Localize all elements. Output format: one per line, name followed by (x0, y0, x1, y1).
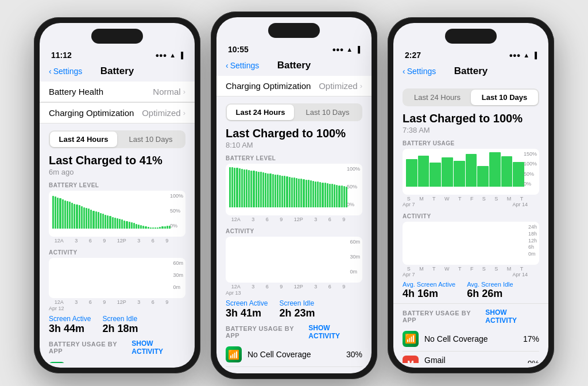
dynamic-island-2 (268, 23, 320, 38)
segment-24h-2[interactable]: Last 24 Hours (227, 105, 294, 120)
screen-active-stat-2: Screen Active 3h 41m (226, 299, 268, 319)
battery-bar (234, 168, 235, 207)
chevron-left-icon-3: ‹ (403, 67, 405, 76)
gmail-icon-3: M (403, 356, 419, 364)
nav-bar-2: ‹ Settings Battery (216, 57, 372, 76)
app-usage-header-1: BATTERY USAGE BY APP SHOW ACTIVITY (49, 339, 185, 356)
last-charged-sub-2: 8:10 AM (226, 141, 362, 149)
battery-bar (76, 204, 78, 229)
segment-10d-3[interactable]: Last 10 Days (471, 90, 538, 105)
show-activity-1[interactable]: SHOW ACTIVITY (131, 339, 185, 356)
avg-screen-active-stat-3: Avg. Screen Active 4h 16m (403, 281, 455, 300)
app-pct-3-1: 17% (523, 334, 539, 343)
chevron-left-icon-2: ‹ (226, 61, 229, 70)
battery-bar (114, 218, 116, 229)
battery-bar (274, 175, 276, 207)
battery-level-chart-2: BATTERY LEVEL 100% 50% 0% 12A36912P369 (226, 155, 362, 222)
charging-opt-row-2[interactable]: Charging Optimization Optimized › (216, 76, 372, 96)
week-x-label-act: T (458, 266, 462, 272)
last-charged-2: Last Charged to 100% 8:10 AM (226, 127, 362, 149)
avg-stats-3: Avg. Screen Active 4h 16m Avg. Screen Id… (403, 281, 539, 300)
avg-screen-active-label-3: Avg. Screen Active (403, 281, 455, 288)
chevron-right-icon: › (183, 87, 185, 96)
status-icons-2: ●●● ▲ ▐ (332, 46, 360, 53)
battery-bar (248, 170, 250, 207)
charging-opt-row-1[interactable]: Charging Optimization Optimized › (40, 102, 195, 123)
app-info-2-1: No Cell Coverage (247, 350, 346, 359)
show-activity-2[interactable]: SHOW ACTIVITY (308, 324, 362, 340)
app-name-2-1: No Cell Coverage (247, 350, 346, 359)
battery-bar (338, 186, 340, 208)
back-button-2[interactable]: ‹ Settings (226, 61, 259, 70)
battery-bar (81, 206, 83, 229)
back-button-1[interactable]: ‹ Settings (49, 67, 82, 76)
chevron-right-icon-3: › (360, 82, 362, 90)
wifi-icon-2: ▲ (346, 46, 353, 53)
battery-bar (243, 169, 245, 208)
app-row-3-2[interactable]: M Gmail Notifications 9% (403, 352, 539, 364)
battery-bar (164, 226, 166, 229)
battery-bar (289, 177, 291, 207)
battery-bar (265, 173, 266, 207)
battery-bar (291, 177, 293, 208)
battery-bar (150, 227, 152, 229)
phone-1: 11:12 ●●● ▲ ▐ ‹ Settings Battery Battery… (34, 17, 200, 373)
date-label-1: Apr 12 (49, 306, 185, 311)
avg-screen-idle-value-3: 6h 26m (467, 288, 513, 300)
app-info-3-1: No Cell Coverage (424, 334, 523, 343)
back-button-3[interactable]: ‹ Settings (403, 67, 436, 76)
activity-label-1: ACTIVITY (49, 249, 185, 256)
segment-24h-1[interactable]: Last 24 Hours (50, 132, 117, 147)
battery-bar (86, 208, 87, 229)
segment-10d-2[interactable]: Last 10 Days (294, 105, 361, 120)
battery-bars-3 (406, 152, 536, 187)
avg-screen-idle-label-3: Avg. Screen Idle (467, 281, 513, 288)
week-x-label: S (494, 196, 498, 202)
segment-24h-3[interactable]: Last 24 Hours (404, 90, 471, 105)
week-x-label-act: M (419, 266, 424, 272)
segment-control-2[interactable]: Last 24 Hours Last 10 Days (226, 103, 362, 121)
app-row-1-1[interactable]: 📶 No Cell Coverage 18% (49, 358, 185, 363)
y-labels-act-1: 60m 30m 0m (173, 260, 183, 290)
battery-bar (98, 212, 99, 229)
battery-bar (256, 171, 257, 207)
app-row-2-1[interactable]: 📶 No Cell Coverage 30% (226, 342, 362, 367)
date2-3: Apr 14 (512, 202, 528, 207)
activity-chart-container-1: 60m 30m 0m (49, 258, 185, 298)
screen-idle-value-1: 2h 18m (102, 323, 138, 335)
dynamic-island-3 (445, 29, 497, 44)
date1-act-3: Apr 7 (403, 272, 415, 277)
show-activity-3[interactable]: SHOW ACTIVITY (485, 308, 539, 325)
battery-bar (52, 196, 54, 229)
wifi-icon-3: ▲ (523, 52, 529, 59)
battery-bar (131, 222, 133, 229)
phone-2: 10:55 ●●● ▲ ▐ ‹ Settings Battery Chargin… (211, 11, 377, 379)
segment-control-3[interactable]: Last 24 Hours Last 10 Days (403, 88, 539, 106)
battery-bar (239, 168, 241, 207)
battery-bar (112, 217, 114, 229)
battery-bar (154, 227, 156, 229)
battery-bar (119, 219, 121, 229)
battery-health-row[interactable]: Battery Health Normal › (40, 82, 195, 102)
y-labels-act-3: 24h 18h 12h 6h 0m (528, 224, 537, 257)
battery-bar (312, 181, 314, 207)
last-charged-1: Last Charged to 41% 6m ago (49, 154, 185, 176)
app-name-3-2: Gmail (424, 356, 528, 364)
battery-bar (69, 202, 71, 229)
nav-title-1: Battery (100, 65, 134, 77)
weekly-battery-bar (406, 159, 417, 187)
segment-control-1[interactable]: Last 24 Hours Last 10 Days (49, 130, 185, 148)
weekly-battery-bar (466, 154, 477, 187)
screen-idle-value-2: 2h 23m (279, 307, 315, 319)
battery-bar (121, 219, 123, 229)
segment-10d-1[interactable]: Last 10 Days (117, 132, 184, 147)
screen-idle-stat-2: Screen Idle 2h 23m (279, 299, 315, 319)
x-labels-act-2: 12A36912P369 (226, 284, 362, 290)
battery-bar (83, 207, 85, 229)
week-x-label: T (520, 196, 524, 202)
app-row-3-1[interactable]: 📶 No Cell Coverage 17% (403, 327, 539, 352)
activity-bars-2 (229, 240, 359, 275)
app-row-2-2[interactable]: M Gmail Background Activity 15% (226, 367, 362, 369)
content-1: Battery Health Normal › Charging Optimiz… (40, 82, 195, 363)
battery-bar (92, 211, 94, 229)
